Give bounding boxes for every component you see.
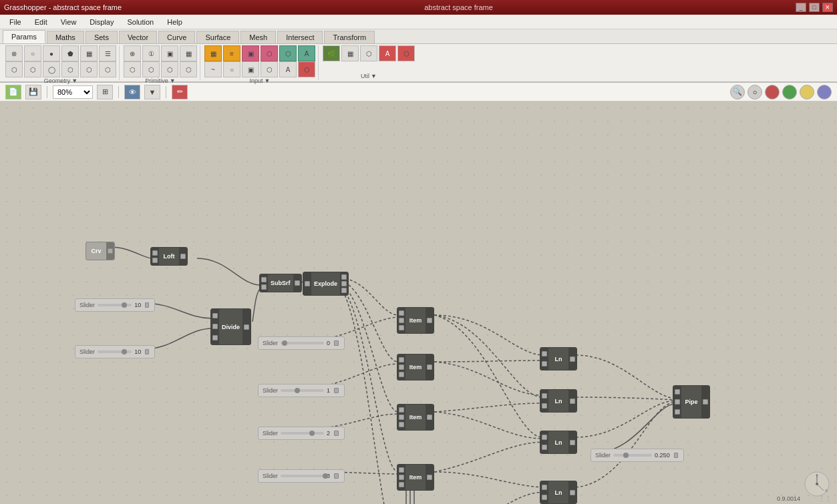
item-1-e-port[interactable] bbox=[427, 318, 432, 323]
ln-4-node[interactable]: Ln bbox=[540, 481, 577, 504]
slider-3-node[interactable]: Slider 0 bbox=[258, 336, 345, 350]
explode-e-port[interactable] bbox=[341, 281, 347, 286]
subsrf-s-port[interactable] bbox=[261, 277, 267, 282]
tab-params[interactable]: Params bbox=[3, 30, 45, 43]
pipe-node[interactable]: Pipe bbox=[673, 385, 710, 419]
ln-3-l-port[interactable] bbox=[570, 440, 575, 445]
main-canvas[interactable]: Crv Loft SubSrf bbox=[0, 101, 837, 504]
primitive-expand-icon[interactable]: ▼ bbox=[170, 77, 176, 84]
item-1-l-port[interactable] bbox=[399, 310, 404, 316]
display-mode-4[interactable] bbox=[800, 85, 814, 99]
display-mode-2[interactable] bbox=[765, 85, 780, 99]
slider-2-out-port[interactable] bbox=[145, 349, 149, 354]
subsrf-out-port[interactable] bbox=[295, 280, 300, 286]
pipe-s-port[interactable] bbox=[703, 399, 708, 405]
divide-s-port[interactable] bbox=[244, 324, 249, 330]
prim-icon-5[interactable]: ⬡ bbox=[124, 61, 141, 77]
slider-6-track[interactable] bbox=[281, 475, 324, 477]
item-1-w-port[interactable] bbox=[399, 325, 404, 330]
item-4-w-port[interactable] bbox=[399, 482, 404, 487]
display-mode-5[interactable] bbox=[817, 85, 832, 99]
geom-icon-4[interactable]: ⬟ bbox=[61, 45, 79, 61]
item-3-node[interactable]: Item bbox=[397, 404, 434, 431]
display-mode-3[interactable] bbox=[782, 85, 797, 99]
menu-view[interactable]: View bbox=[54, 17, 83, 27]
minimize-button[interactable]: _ bbox=[796, 3, 806, 12]
geom-icon-10[interactable]: ⬡ bbox=[61, 61, 79, 77]
subsrf-node[interactable]: SubSrf bbox=[259, 274, 302, 292]
geom-icon-7[interactable]: ⬡ bbox=[5, 61, 23, 77]
ln-2-b-port[interactable] bbox=[542, 403, 547, 409]
input-icon-9[interactable]: ▣ bbox=[242, 61, 259, 77]
item-4-i-port[interactable] bbox=[399, 475, 404, 480]
util-expand-icon[interactable]: ▼ bbox=[371, 73, 377, 79]
geom-icon-12[interactable]: ⬡ bbox=[99, 61, 116, 77]
pipe-r-port[interactable] bbox=[675, 399, 680, 405]
ln-4-b-port[interactable] bbox=[542, 495, 547, 500]
ln-3-b-port[interactable] bbox=[542, 445, 547, 450]
ln-3-a-port[interactable] bbox=[542, 435, 547, 440]
prim-icon-7[interactable]: ⬡ bbox=[161, 61, 178, 77]
explode-v-port[interactable] bbox=[341, 288, 347, 293]
slider-1-out-port[interactable] bbox=[145, 302, 149, 308]
prim-icon-6[interactable]: ⬡ bbox=[142, 61, 160, 77]
ln-4-a-port[interactable] bbox=[542, 485, 547, 490]
ln-4-l-port[interactable] bbox=[570, 490, 575, 495]
preview-button[interactable]: 👁 bbox=[124, 85, 140, 99]
tab-intersect[interactable]: Intersect bbox=[277, 31, 323, 43]
input-icon-12[interactable]: ⬡ bbox=[298, 61, 315, 77]
draw-button[interactable]: ✏ bbox=[172, 85, 188, 99]
geom-icon-9[interactable]: ◯ bbox=[43, 61, 60, 77]
crv-out-port[interactable] bbox=[108, 248, 113, 254]
slider-r-thumb[interactable] bbox=[623, 453, 629, 458]
slider-4-out-port[interactable] bbox=[334, 388, 339, 393]
input-icon-5[interactable]: ⬡ bbox=[279, 45, 297, 61]
geom-icon-5[interactable]: ▦ bbox=[80, 45, 98, 61]
explode-f-port[interactable] bbox=[341, 274, 347, 280]
input-icon-2[interactable]: ≡ bbox=[223, 45, 240, 61]
util-icon-5[interactable]: ⬡ bbox=[397, 45, 415, 61]
explode-b-port[interactable] bbox=[305, 281, 310, 286]
slider-r-track[interactable] bbox=[613, 454, 652, 457]
crv-node[interactable]: Crv bbox=[86, 242, 115, 260]
tab-surface[interactable]: Surface bbox=[196, 31, 239, 43]
tab-curve[interactable]: Curve bbox=[158, 31, 195, 43]
divide-node[interactable]: Divide bbox=[210, 308, 251, 345]
item-4-node[interactable]: Item bbox=[397, 464, 434, 491]
slider-6-out-port[interactable] bbox=[334, 473, 339, 479]
input-icon-4[interactable]: ⬡ bbox=[261, 45, 278, 61]
slider-1-thumb[interactable] bbox=[122, 302, 127, 308]
item-4-e-port[interactable] bbox=[427, 475, 432, 480]
menu-edit[interactable]: Edit bbox=[28, 17, 54, 27]
item-1-node[interactable]: Item bbox=[397, 307, 434, 334]
item-2-e-port[interactable] bbox=[427, 364, 432, 370]
geom-icon-8[interactable]: ⬡ bbox=[24, 61, 41, 77]
menu-file[interactable]: File bbox=[3, 17, 28, 27]
input-icon-11[interactable]: A bbox=[279, 61, 297, 77]
divide-i-port[interactable] bbox=[212, 313, 218, 318]
ln-1-l-port[interactable] bbox=[570, 356, 575, 362]
tab-transform[interactable]: Transform bbox=[324, 31, 375, 43]
geom-icon-2[interactable]: ○ bbox=[24, 45, 41, 61]
menu-solution[interactable]: Solution bbox=[120, 17, 160, 27]
slider-r-out-port[interactable] bbox=[674, 453, 678, 458]
prim-icon-2[interactable]: ① bbox=[142, 45, 160, 61]
slider-5-node[interactable]: Slider 2 bbox=[258, 427, 345, 440]
loft-c-port[interactable] bbox=[152, 250, 158, 256]
geom-icon-11[interactable]: ⬡ bbox=[80, 61, 98, 77]
menu-display[interactable]: Display bbox=[83, 17, 120, 27]
prim-icon-8[interactable]: ⬡ bbox=[180, 61, 197, 77]
tab-vector[interactable]: Vector bbox=[119, 31, 157, 43]
geometry-expand-icon[interactable]: ▼ bbox=[71, 77, 77, 84]
maximize-button[interactable]: □ bbox=[809, 3, 820, 12]
ln-2-l-port[interactable] bbox=[570, 399, 575, 404]
slider-1-node[interactable]: Slider 10 bbox=[75, 298, 155, 312]
slider-3-track[interactable] bbox=[281, 342, 324, 344]
item-2-l-port[interactable] bbox=[399, 357, 404, 362]
prim-icon-1[interactable]: ⊕ bbox=[124, 45, 141, 61]
ln-2-node[interactable]: Ln bbox=[540, 389, 577, 413]
input-icon-3[interactable]: ▣ bbox=[242, 45, 259, 61]
zoom-select[interactable]: 80% 100% 50% bbox=[53, 85, 93, 99]
geom-icon-1[interactable]: ⊗ bbox=[5, 45, 23, 61]
slider-6-node[interactable]: Slider 3 bbox=[258, 469, 345, 483]
